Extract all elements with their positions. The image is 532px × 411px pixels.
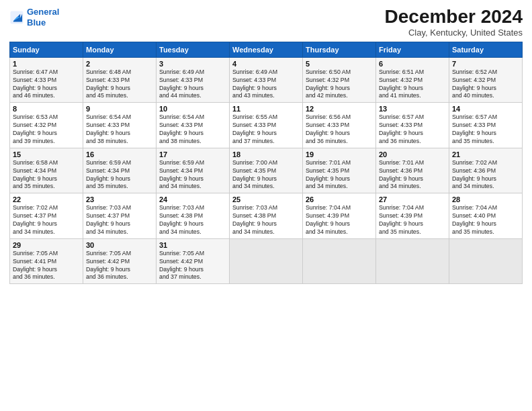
daylight-label: Daylight: 9 hours	[86, 85, 130, 91]
daylight-label: Daylight: 9 hours	[452, 220, 496, 227]
daylight-label: Daylight: 9 hours	[159, 175, 204, 182]
main-title: December 2024	[385, 7, 523, 28]
header-cell-saturday: Saturday	[449, 42, 523, 57]
calendar-cell: 8Sunrise: 6:53 AMSunset: 4:32 PMDaylight…	[10, 103, 83, 148]
sunset-text: Sunset: 4:36 PM	[379, 167, 423, 174]
daylight-minutes: and 35 minutes.	[86, 183, 128, 189]
calendar-cell: 27Sunrise: 7:04 AMSunset: 4:39 PMDayligh…	[376, 193, 449, 239]
sunset-text: Sunset: 4:33 PM	[232, 122, 276, 128]
calendar-cell: 22Sunrise: 7:02 AMSunset: 4:37 PMDayligh…	[10, 193, 83, 239]
calendar-cell: 31Sunrise: 7:05 AMSunset: 4:42 PMDayligh…	[157, 238, 230, 284]
cell-details: Sunrise: 6:49 AMSunset: 4:33 PMDaylight:…	[159, 68, 226, 101]
calendar-cell: 10Sunrise: 6:54 AMSunset: 4:33 PMDayligh…	[157, 103, 230, 148]
day-number: 17	[159, 150, 226, 158]
calendar-cell: 25Sunrise: 7:03 AMSunset: 4:38 PMDayligh…	[230, 193, 303, 239]
day-number: 30	[86, 241, 153, 249]
logo-text: General Blue	[27, 7, 59, 28]
daylight-minutes: and 37 minutes.	[232, 138, 275, 144]
sunrise-text: Sunrise: 6:50 AM	[306, 68, 351, 75]
sunrise-text: Sunrise: 6:55 AM	[232, 113, 277, 120]
cell-details: Sunrise: 7:03 AMSunset: 4:38 PMDaylight:…	[159, 204, 226, 236]
daylight-label: Daylight: 9 hours	[232, 220, 277, 227]
daylight-label: Daylight: 9 hours	[232, 85, 277, 91]
sunset-text: Sunset: 4:32 PM	[379, 77, 423, 83]
sunset-text: Sunset: 4:33 PM	[13, 77, 56, 83]
calendar-cell: 15Sunrise: 6:58 AMSunset: 4:34 PMDayligh…	[10, 148, 83, 193]
daylight-label: Daylight: 9 hours	[13, 85, 57, 91]
daylight-minutes: and 38 minutes.	[86, 138, 128, 144]
sunset-text: Sunset: 4:41 PM	[13, 258, 56, 265]
calendar-cell: 26Sunrise: 7:04 AMSunset: 4:39 PMDayligh…	[303, 193, 376, 239]
calendar-cell: 7Sunrise: 6:52 AMSunset: 4:32 PMDaylight…	[449, 57, 523, 103]
calendar-cell	[303, 238, 376, 284]
daylight-label: Daylight: 9 hours	[232, 175, 277, 182]
cell-details: Sunrise: 6:48 AMSunset: 4:33 PMDaylight:…	[86, 68, 153, 101]
calendar-table: SundayMondayTuesdayWednesdayThursdayFrid…	[9, 42, 523, 285]
day-number: 16	[86, 150, 153, 158]
daylight-minutes: and 42 minutes.	[306, 92, 348, 99]
daylight-label: Daylight: 9 hours	[159, 85, 204, 91]
sunset-text: Sunset: 4:40 PM	[452, 212, 496, 219]
calendar-cell	[449, 238, 523, 284]
daylight-minutes: and 35 minutes.	[13, 183, 55, 189]
sunset-text: Sunset: 4:32 PM	[306, 77, 349, 83]
calendar-cell: 28Sunrise: 7:04 AMSunset: 4:40 PMDayligh…	[449, 193, 523, 239]
logo-icon	[9, 10, 24, 25]
day-number: 1	[13, 60, 80, 68]
daylight-minutes: and 36 minutes.	[379, 138, 421, 144]
calendar-cell: 18Sunrise: 7:00 AMSunset: 4:35 PMDayligh…	[230, 148, 303, 193]
daylight-minutes: and 34 minutes.	[379, 183, 421, 189]
sunset-text: Sunset: 4:35 PM	[306, 167, 349, 174]
day-number: 11	[232, 105, 300, 113]
daylight-minutes: and 36 minutes.	[13, 273, 55, 280]
daylight-minutes: and 44 minutes.	[159, 92, 202, 99]
sunset-text: Sunset: 4:33 PM	[452, 122, 496, 128]
sunset-text: Sunset: 4:34 PM	[86, 167, 130, 174]
sunrise-text: Sunrise: 7:02 AM	[452, 159, 497, 166]
daylight-minutes: and 35 minutes.	[452, 138, 494, 144]
sunset-text: Sunset: 4:35 PM	[232, 167, 276, 174]
calendar-cell: 24Sunrise: 7:03 AMSunset: 4:38 PMDayligh…	[157, 193, 230, 239]
sunrise-text: Sunrise: 6:59 AM	[159, 159, 204, 166]
sunset-text: Sunset: 4:33 PM	[159, 77, 203, 83]
daylight-minutes: and 36 minutes.	[86, 273, 128, 280]
sunrise-text: Sunrise: 6:53 AM	[13, 113, 58, 120]
calendar-cell: 21Sunrise: 7:02 AMSunset: 4:36 PMDayligh…	[449, 148, 523, 193]
day-number: 28	[452, 195, 519, 203]
cell-details: Sunrise: 6:55 AMSunset: 4:33 PMDaylight:…	[232, 113, 300, 146]
calendar-cell: 16Sunrise: 6:59 AMSunset: 4:34 PMDayligh…	[83, 148, 157, 193]
cell-details: Sunrise: 7:04 AMSunset: 4:39 PMDaylight:…	[379, 204, 446, 236]
cell-details: Sunrise: 6:54 AMSunset: 4:33 PMDaylight:…	[159, 113, 226, 146]
sunset-text: Sunset: 4:33 PM	[86, 122, 130, 128]
calendar-cell: 20Sunrise: 7:01 AMSunset: 4:36 PMDayligh…	[376, 148, 449, 193]
daylight-minutes: and 35 minutes.	[452, 228, 494, 235]
header-cell-sunday: Sunday	[10, 42, 83, 57]
sunset-text: Sunset: 4:33 PM	[159, 122, 203, 128]
daylight-minutes: and 38 minutes.	[159, 138, 202, 144]
daylight-label: Daylight: 9 hours	[159, 130, 204, 136]
sunset-text: Sunset: 4:37 PM	[13, 212, 56, 219]
day-number: 27	[379, 195, 446, 203]
day-number: 21	[452, 150, 519, 158]
sunset-text: Sunset: 4:33 PM	[306, 122, 349, 128]
sunset-text: Sunset: 4:33 PM	[86, 77, 130, 83]
cell-details: Sunrise: 6:56 AMSunset: 4:33 PMDaylight:…	[306, 113, 373, 146]
calendar-cell: 9Sunrise: 6:54 AMSunset: 4:33 PMDaylight…	[83, 103, 157, 148]
cell-details: Sunrise: 6:49 AMSunset: 4:33 PMDaylight:…	[232, 68, 300, 101]
calendar-body: 1Sunrise: 6:47 AMSunset: 4:33 PMDaylight…	[10, 57, 523, 284]
daylight-label: Daylight: 9 hours	[379, 85, 423, 91]
day-number: 22	[13, 195, 80, 203]
sunset-text: Sunset: 4:42 PM	[159, 258, 203, 265]
sunrise-text: Sunrise: 6:48 AM	[86, 68, 131, 75]
daylight-minutes: and 34 minutes.	[13, 228, 55, 235]
cell-details: Sunrise: 6:53 AMSunset: 4:32 PMDaylight:…	[13, 113, 80, 146]
sunrise-text: Sunrise: 7:04 AM	[379, 204, 424, 211]
cell-details: Sunrise: 7:01 AMSunset: 4:35 PMDaylight:…	[306, 159, 373, 191]
calendar-cell: 1Sunrise: 6:47 AMSunset: 4:33 PMDaylight…	[10, 57, 83, 103]
calendar-week-row: 8Sunrise: 6:53 AMSunset: 4:32 PMDaylight…	[10, 103, 523, 148]
header-cell-monday: Monday	[83, 42, 157, 57]
day-number: 9	[86, 105, 153, 113]
logo-line2: Blue	[27, 17, 46, 28]
cell-details: Sunrise: 6:59 AMSunset: 4:34 PMDaylight:…	[86, 159, 153, 191]
cell-details: Sunrise: 6:50 AMSunset: 4:32 PMDaylight:…	[306, 68, 373, 101]
